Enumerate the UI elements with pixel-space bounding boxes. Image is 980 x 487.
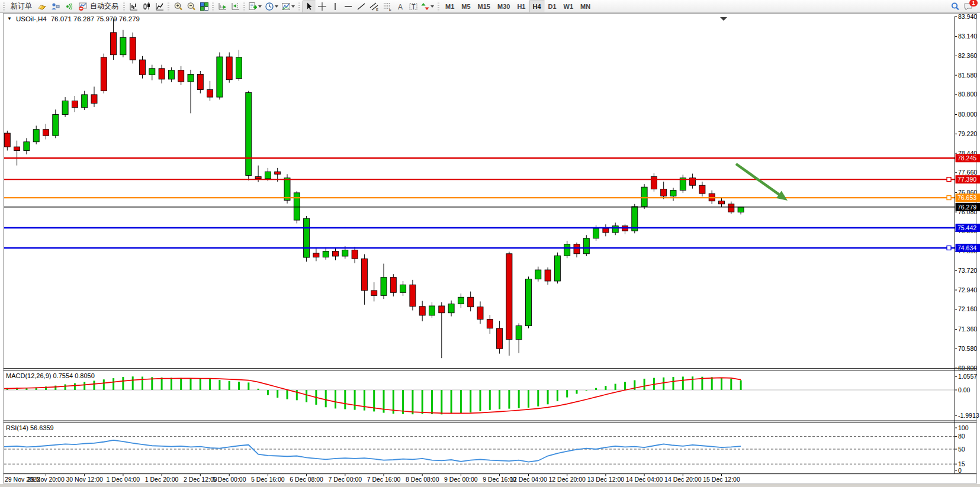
time-tick-label: 15 Dec 12:00 bbox=[703, 476, 740, 483]
bar-chart-button[interactable] bbox=[127, 1, 140, 12]
price-tick-label: 72.940 bbox=[958, 286, 977, 294]
macd-bar bbox=[171, 378, 172, 390]
chart-shift-marker[interactable] bbox=[720, 17, 727, 21]
template-button[interactable] bbox=[281, 1, 297, 12]
toolbar-grip[interactable] bbox=[298, 2, 300, 11]
macd-bar bbox=[460, 390, 462, 414]
cursor-button[interactable] bbox=[303, 1, 316, 12]
horizontal-line-button[interactable] bbox=[342, 1, 355, 12]
candle-body bbox=[24, 142, 30, 151]
line-chart-button[interactable] bbox=[153, 1, 166, 12]
template-icon bbox=[281, 2, 291, 11]
toolbar-grip[interactable] bbox=[168, 2, 169, 11]
tab-h1[interactable]: H1 bbox=[513, 1, 529, 12]
period-button[interactable] bbox=[264, 1, 281, 12]
fibonacci-button[interactable]: F bbox=[381, 1, 394, 12]
arrows-button[interactable] bbox=[420, 1, 436, 12]
toolbar-grip[interactable] bbox=[438, 2, 439, 11]
macd-bar bbox=[277, 390, 278, 398]
macd-bar bbox=[480, 390, 481, 411]
macd-bar bbox=[499, 390, 500, 409]
tab-m30[interactable]: M30 bbox=[494, 1, 513, 12]
new-order-button[interactable]: 新订单 bbox=[7, 1, 36, 12]
tab-m5[interactable]: M5 bbox=[458, 1, 474, 12]
text-icon: A bbox=[396, 2, 405, 11]
candle-body bbox=[439, 306, 445, 313]
tab-w1[interactable]: W1 bbox=[560, 1, 577, 12]
text-button[interactable]: A bbox=[394, 1, 407, 12]
tile-windows-button[interactable] bbox=[198, 1, 211, 12]
candle-body bbox=[477, 307, 483, 320]
chart-title[interactable]: ▼ USOil-,H4 76.071 76.287 75.979 76.279 bbox=[7, 15, 140, 22]
tab-mn[interactable]: MN bbox=[577, 1, 594, 12]
macd-values: 0.7554 0.8050 bbox=[53, 372, 94, 379]
search-button[interactable] bbox=[949, 1, 962, 12]
auto-scroll-button[interactable] bbox=[216, 1, 229, 12]
macd-bar bbox=[287, 390, 288, 399]
community-button[interactable] bbox=[49, 1, 62, 12]
time-tick-label: 14 Dec 04:00 bbox=[626, 476, 663, 483]
toolbar-grip[interactable] bbox=[3, 2, 5, 11]
price-badge-label: 75.442 bbox=[957, 224, 976, 231]
candle-body bbox=[516, 326, 522, 340]
chart-shift-button[interactable] bbox=[229, 1, 242, 12]
tab-m1[interactable]: M1 bbox=[442, 1, 458, 12]
candle-body bbox=[284, 178, 290, 201]
chat-button[interactable]: 1 bbox=[962, 1, 975, 12]
macd-bar bbox=[54, 386, 56, 390]
time-tick-label: 5 Dec 00:00 bbox=[213, 476, 246, 483]
candle-body bbox=[410, 285, 416, 307]
toolbar-grip[interactable] bbox=[212, 2, 214, 11]
time-tick-label: 29 Nov 20:00 bbox=[27, 476, 65, 483]
tab-m15[interactable]: M15 bbox=[474, 1, 494, 12]
chart-canvas[interactable]: 83.94083.14082.36081.58080.80080.00079.2… bbox=[0, 0, 980, 487]
candle-body bbox=[0, 133, 1, 142]
crosshair-button[interactable] bbox=[316, 1, 329, 12]
mt4-terminal: 新订单 自动交易 bbox=[0, 0, 980, 487]
line-handle[interactable] bbox=[947, 178, 951, 182]
macd-bar bbox=[267, 390, 269, 395]
macd-bar bbox=[615, 384, 616, 390]
macd-bar bbox=[730, 379, 732, 390]
candle-body bbox=[14, 147, 20, 150]
candle-body bbox=[246, 93, 252, 176]
macd-bar bbox=[528, 390, 529, 408]
candle-body bbox=[265, 172, 271, 179]
toolbar-grip[interactable] bbox=[243, 2, 245, 11]
trendline-button[interactable] bbox=[355, 1, 368, 12]
candle-body bbox=[217, 57, 223, 97]
macd-bar bbox=[344, 390, 346, 409]
macd-tick-label: 0.00 bbox=[958, 386, 971, 394]
macd-bar bbox=[83, 382, 85, 390]
rsi-value: 56.6359 bbox=[30, 424, 54, 431]
panel-separator[interactable] bbox=[4, 423, 976, 423]
panel-separator[interactable] bbox=[4, 368, 976, 369]
candlestick-chart-button[interactable] bbox=[140, 1, 153, 12]
autotrading-button[interactable]: 自动交易 bbox=[75, 1, 122, 12]
toolbar-grip[interactable] bbox=[123, 2, 125, 11]
vertical-line-icon bbox=[330, 2, 340, 11]
toolbar: 新订单 自动交易 bbox=[0, 0, 980, 13]
chevron-down-icon: ▼ bbox=[7, 16, 12, 21]
panel-separator[interactable] bbox=[4, 421, 976, 421]
equidistant-channel-button[interactable]: E bbox=[368, 1, 381, 12]
rsi-tick-label: 100 bbox=[958, 424, 969, 431]
candle-body bbox=[43, 130, 49, 136]
vertical-line-button[interactable] bbox=[329, 1, 342, 12]
line-handle[interactable] bbox=[947, 246, 951, 250]
chart-symbol-period: USOil-,H4 bbox=[16, 15, 47, 22]
text-label-button[interactable]: T bbox=[407, 1, 420, 12]
candle-body bbox=[390, 278, 396, 293]
zoom-in-button[interactable] bbox=[172, 1, 185, 12]
tab-h4[interactable]: H4 bbox=[529, 1, 544, 12]
svg-text:T: T bbox=[412, 3, 416, 10]
gold-ingot-button[interactable] bbox=[36, 1, 49, 12]
signals-button[interactable] bbox=[62, 1, 75, 12]
time-tick-label: 8 Dec 08:00 bbox=[406, 476, 439, 483]
tab-d1[interactable]: D1 bbox=[545, 1, 560, 12]
line-handle[interactable] bbox=[947, 196, 951, 200]
zoom-out-button[interactable] bbox=[185, 1, 198, 12]
add-indicator-button[interactable] bbox=[248, 1, 264, 12]
panel-separator[interactable] bbox=[4, 370, 976, 370]
autotrading-icon bbox=[78, 2, 88, 11]
